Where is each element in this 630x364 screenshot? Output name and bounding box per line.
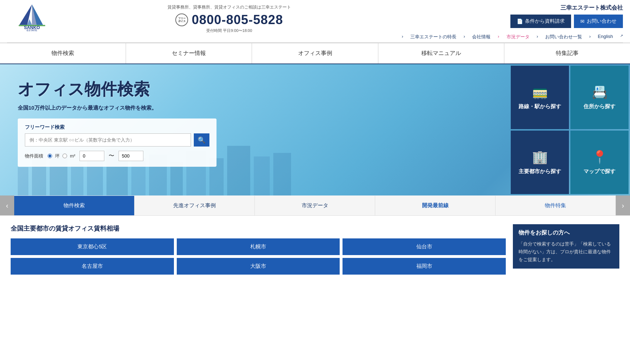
header: SANKO ESTATE 賃貸事務所、貸事務所、賃貸オフィスのご相談は三幸エステ… [0, 0, 630, 64]
city-btn-osaka[interactable]: 大阪市 [177, 258, 340, 275]
hero-card-map[interactable]: 📍 マップで探す [570, 131, 629, 194]
area-to-input[interactable] [119, 151, 143, 161]
city-btn-tokyo[interactable]: 東京都心5区 [11, 238, 174, 255]
section-title: 全国主要都市の賃貸オフィス賃料相場 [11, 224, 506, 233]
hero-card-address[interactable]: 📇 住所から探す [570, 66, 629, 129]
train-icon: 🚃 [532, 85, 548, 100]
external-link-icon: ↗ [620, 34, 623, 40]
tab-item-search[interactable]: 物件検索 [14, 196, 135, 215]
city-btn-sendai[interactable]: 仙台市 [343, 238, 506, 255]
header-buttons: 📄 条件から資料請求 ✉ お問い合わせ [510, 15, 623, 28]
radio-group: 坪 m² [48, 153, 75, 159]
search-label: フリーワード検索 [25, 124, 209, 131]
hero-left: オフィス物件検索 全国10万件以上のデータから最適なオフィス物件を検索。 フリー… [0, 64, 509, 195]
search-icon: 🔍 [198, 136, 206, 144]
tabs-inner: 物件検索 先進オフィス事例 市況データ 開発最前線 物件特集 [14, 196, 616, 215]
content-main: 全国主要都市の賃貸オフィス賃料相場 東京都心5区 札幌市 仙台市 名古屋市 大阪… [11, 224, 506, 275]
logo[interactable]: SANKO ESTATE [7, 3, 57, 31]
free-badge: フリー ボイス [175, 13, 188, 26]
hero-section: オフィス物件検索 全国10万件以上のデータから最適なオフィス物件を検索。 フリー… [0, 64, 630, 195]
hero-title: オフィス物件検索 [18, 78, 499, 100]
city-icon: 🏢 [532, 150, 548, 165]
radio-tsubo[interactable] [48, 154, 52, 158]
svg-text:ESTATE: ESTATE [27, 29, 37, 31]
phone-hours: 受付時間 平日9:00〜18:00 [206, 28, 252, 33]
hero-subtitle: 全国10万件以上のデータから最適なオフィス物件を検索。 [18, 105, 499, 111]
document-icon: 📄 [517, 18, 523, 24]
label-m2: m² [70, 153, 75, 159]
sidebar-text: 「自分で検索するのは苦手」「検索している時間がない」方は、プロが貴社に最適な物件… [519, 240, 614, 264]
company-name: 三幸エステート株式会社 [560, 4, 623, 12]
tab-item-office-case[interactable]: 先進オフィス事例 [135, 196, 255, 215]
header-right: 三幸エステート株式会社 📄 条件から資料請求 ✉ お問い合わせ › 三幸エステー… [402, 3, 623, 42]
label-tsubo: 坪 [55, 153, 60, 159]
nav-item-seminar[interactable]: セミナー情報 [126, 43, 252, 64]
nav-features[interactable]: 三幸エステートの特長 [410, 34, 456, 40]
search-box: フリーワード検索 🔍 物件面積 坪 m² 〜 [18, 118, 217, 167]
content-sidebar: 物件をお探しの方へ 「自分で検索するのは苦手」「検索している時間がない」方は、プ… [513, 224, 619, 275]
tab-item-development[interactable]: 開発最前線 [375, 196, 495, 215]
city-btn-sapporo[interactable]: 札幌市 [177, 238, 340, 255]
nav-item-special[interactable]: 特集記事 [504, 43, 630, 64]
radio-m2[interactable] [62, 154, 67, 158]
header-nav: › 三幸エステートの特長 › 会社情報 › 市況データ › お問い合わせ一覧 ›… [402, 31, 623, 42]
nav-item-manual[interactable]: 移転マニュアル [378, 43, 504, 64]
content-area: 全国主要都市の賃貸オフィス賃料相場 東京都心5区 札幌市 仙台市 名古屋市 大阪… [0, 216, 630, 283]
nav-item-office[interactable]: オフィス事例 [252, 43, 378, 64]
tab-next-button[interactable]: › [616, 195, 630, 215]
tabs-wrapper: ‹ 物件検索 先進オフィス事例 市況データ 開発最前線 物件特集 › [0, 195, 630, 215]
hero-card-train[interactable]: 🚃 路線・駅から探す [511, 66, 569, 129]
city-buttons: 東京都心5区 札幌市 仙台市 名古屋市 大阪市 福岡市 [11, 238, 506, 275]
nav-market[interactable]: 市況データ [506, 34, 530, 40]
nav-item-search[interactable]: 物件検索 [0, 43, 126, 64]
tagline: 賃貸事務所、貸事務所、賃貸オフィスのご相談は三幸エステート [168, 4, 291, 10]
tabs-section: ‹ 物件検索 先進オフィス事例 市況データ 開発最前線 物件特集 › [0, 195, 630, 216]
area-label: 物件面積 [25, 153, 43, 159]
hero-cards: 🚃 路線・駅から探す 📇 住所から探す 🏢 主要都市から探す 📍 マップで探す [509, 64, 630, 195]
phone-number: 0800-805-5828 [192, 12, 283, 27]
hero-card-city[interactable]: 🏢 主要都市から探す [511, 131, 569, 194]
area-from-input[interactable] [80, 151, 104, 161]
mail-icon: ✉ [580, 18, 585, 24]
city-btn-nagoya[interactable]: 名古屋市 [11, 258, 174, 275]
request-button[interactable]: 📄 条件から資料請求 [510, 15, 571, 28]
search-input[interactable] [25, 133, 191, 147]
sidebar-box: 物件をお探しの方へ 「自分で検索するのは苦手」「検索している時間がない」方は、プ… [513, 224, 619, 269]
tab-prev-button[interactable]: ‹ [0, 195, 14, 215]
tab-item-market[interactable]: 市況データ [255, 196, 375, 215]
contact-button[interactable]: ✉ お問い合わせ [574, 15, 623, 28]
map-icon: 📍 [592, 150, 608, 165]
city-btn-fukuoka[interactable]: 福岡市 [343, 258, 506, 275]
main-nav: 物件検索 セミナー情報 オフィス事例 移転マニュアル 特集記事 [0, 43, 630, 64]
tab-item-special[interactable]: 物件特集 [495, 196, 616, 215]
search-row: 🔍 [25, 133, 209, 147]
area-separator: 〜 [109, 152, 114, 160]
area-row: 物件面積 坪 m² 〜 [25, 151, 209, 161]
header-center: 賃貸事務所、貸事務所、賃貸オフィスのご相談は三幸エステート フリー ボイス 08… [57, 3, 402, 33]
address-icon: 📇 [592, 85, 608, 100]
nav-english[interactable]: English [598, 34, 613, 40]
nav-inquiry[interactable]: お問い合わせ一覧 [545, 34, 582, 40]
sidebar-title: 物件をお探しの方へ [519, 229, 614, 237]
nav-company[interactable]: 会社情報 [472, 34, 491, 40]
search-button[interactable]: 🔍 [194, 133, 209, 147]
svg-marker-2 [32, 4, 43, 25]
